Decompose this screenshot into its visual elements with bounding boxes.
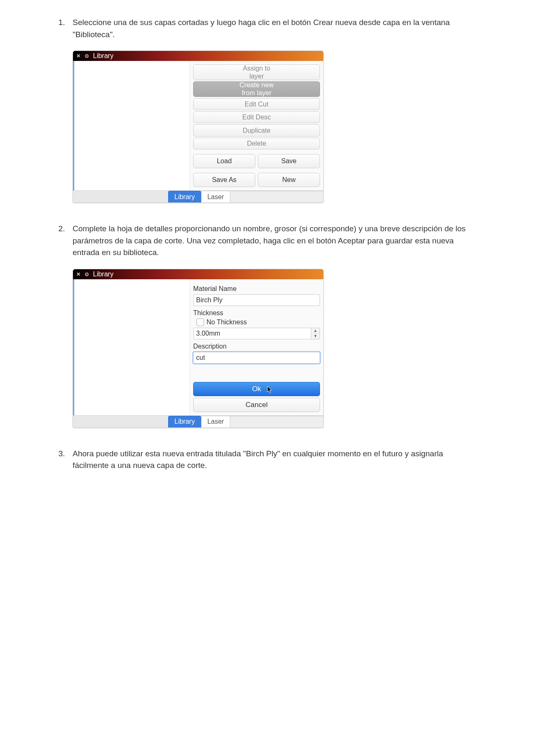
no-thickness-checkbox[interactable] xyxy=(196,319,204,326)
thickness-input[interactable]: 3.00mm xyxy=(193,328,311,339)
cursor-icon xyxy=(267,386,273,394)
step-3: 3. Ahora puede utilizar esta nueva entra… xyxy=(58,448,476,472)
close-icon[interactable]: ✕ xyxy=(76,271,81,277)
description-input[interactable]: cut xyxy=(193,352,320,364)
new-button[interactable]: New xyxy=(258,173,320,187)
create-new-label: Create new from layer xyxy=(239,81,274,97)
duplicate-button[interactable]: Duplicate xyxy=(193,124,320,136)
chevron-up-icon[interactable]: ▲ xyxy=(311,328,320,334)
create-new-from-layer-button[interactable]: Create new from layer xyxy=(193,81,320,97)
step-3-text: Ahora puede utilizar esta nueva entrada … xyxy=(73,448,476,472)
thickness-label: Thickness xyxy=(193,309,320,317)
step-2-number: 2. xyxy=(58,223,73,259)
step-1-number: 1. xyxy=(58,17,73,40)
window-title: Library xyxy=(93,52,113,60)
delete-button[interactable]: Delete xyxy=(193,138,320,149)
window-body: Material Name Birch Ply Thickness No Thi… xyxy=(73,279,323,416)
step-1: 1. Seleccione una de sus capas cortadas … xyxy=(58,17,476,40)
chevron-down-icon[interactable]: ▼ xyxy=(311,334,320,339)
description-label: Description xyxy=(193,343,320,350)
no-thickness-label: No Thickness xyxy=(207,319,247,326)
tab-laser[interactable]: Laser xyxy=(201,416,230,427)
window-title: Library xyxy=(93,271,113,278)
step-1-text: Seleccione una de sus capas cortadas y l… xyxy=(73,17,476,40)
library-actions-pane: Assign to layer Create new from layer Ed… xyxy=(190,61,323,190)
library-window-1: ✕ ⊙ Library Assign to layer Create new f… xyxy=(73,51,324,203)
cancel-button[interactable]: Cancel xyxy=(193,398,320,412)
bottom-tabs: Library Laser xyxy=(73,416,323,427)
edit-cut-button[interactable]: Edit Cut xyxy=(193,98,320,110)
save-button[interactable]: Save xyxy=(258,154,320,168)
ok-button[interactable]: Ok xyxy=(193,382,320,396)
close-icon[interactable]: ✕ xyxy=(76,53,81,59)
library-list-pane[interactable] xyxy=(73,61,190,190)
library-list-pane[interactable] xyxy=(73,279,190,415)
window-body: Assign to layer Create new from layer Ed… xyxy=(73,61,323,191)
library-window-2: ✕ ⊙ Library Material Name Birch Ply Thic… xyxy=(73,269,324,428)
assign-to-layer-button[interactable]: Assign to layer xyxy=(193,64,320,80)
cursor-icon xyxy=(295,89,301,98)
settings-icon[interactable]: ⊙ xyxy=(84,53,90,59)
titlebar[interactable]: ✕ ⊙ Library xyxy=(73,51,323,61)
tab-library[interactable]: Library xyxy=(168,416,201,427)
material-name-input[interactable]: Birch Ply xyxy=(193,294,320,306)
step-2-text: Complete la hoja de detalles proporciona… xyxy=(73,223,476,259)
tab-library[interactable]: Library xyxy=(168,191,201,202)
thickness-stepper[interactable]: 3.00mm ▲ ▼ xyxy=(193,328,320,339)
ok-button-label: Ok xyxy=(252,385,261,393)
save-as-button[interactable]: Save As xyxy=(193,173,255,187)
load-button[interactable]: Load xyxy=(193,154,255,168)
tab-laser[interactable]: Laser xyxy=(201,191,230,202)
detail-form-pane: Material Name Birch Ply Thickness No Thi… xyxy=(190,279,323,415)
thickness-spin-buttons[interactable]: ▲ ▼ xyxy=(311,328,320,339)
settings-icon[interactable]: ⊙ xyxy=(84,271,90,277)
step-3-number: 3. xyxy=(58,448,73,472)
no-thickness-row[interactable]: No Thickness xyxy=(196,319,320,326)
titlebar[interactable]: ✕ ⊙ Library xyxy=(73,269,323,279)
bottom-tabs: Library Laser xyxy=(73,191,323,202)
edit-desc-button[interactable]: Edit Desc xyxy=(193,111,320,123)
material-name-label: Material Name xyxy=(193,285,320,293)
step-2: 2. Complete la hoja de detalles proporci… xyxy=(58,223,476,259)
